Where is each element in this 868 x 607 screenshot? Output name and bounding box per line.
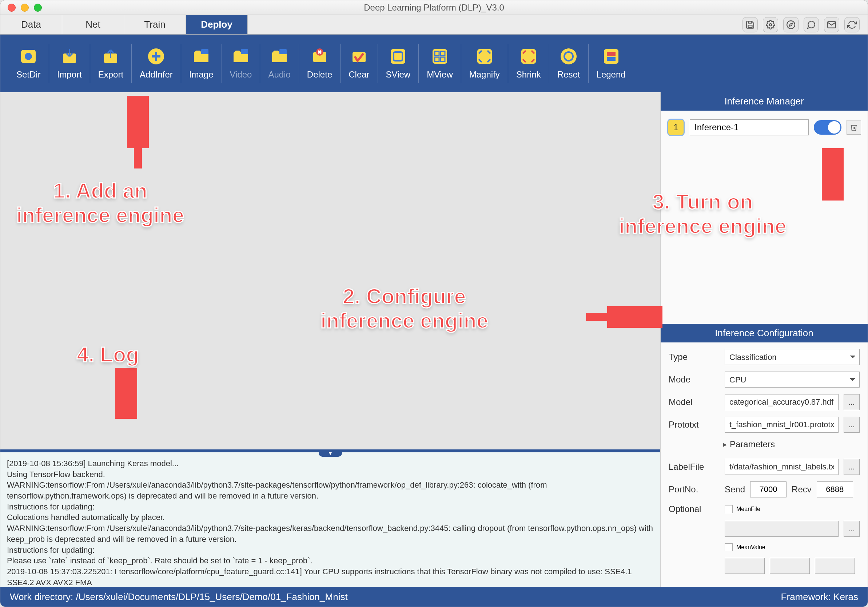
workdir-label: Work directory: /Users/xulei/Documents/D… (10, 591, 348, 602)
cfg-labelfile-label: LabelFile (669, 462, 719, 472)
toolbar-label: Shrink (516, 70, 541, 80)
meanfile-input[interactable] (725, 521, 839, 537)
svg-rect-30 (607, 57, 615, 61)
toolbar-clear[interactable]: Clear (341, 43, 378, 83)
toolbar-label: Audio (268, 70, 290, 80)
meanvalue-checkbox[interactable] (725, 543, 733, 551)
tab-deploy[interactable]: Deploy (186, 15, 248, 34)
send-port-input[interactable] (750, 481, 786, 497)
cfg-mode-select[interactable]: CPU (725, 371, 860, 388)
import-icon (60, 47, 79, 66)
mail-icon[interactable] (824, 17, 839, 33)
toolbar-label: Export (98, 70, 123, 80)
toolbar-delete[interactable]: Delete (299, 43, 341, 83)
svg-rect-25 (521, 49, 536, 64)
svg-point-2 (769, 23, 772, 26)
shrink-icon (519, 47, 538, 66)
tab-net[interactable]: Net (62, 15, 124, 34)
toolbar-setdir[interactable]: SetDir (8, 43, 49, 83)
toolbar-reset[interactable]: Reset (549, 43, 589, 83)
cfg-labelfile-input[interactable] (725, 459, 839, 475)
browse-meanfile-button[interactable]: ... (844, 521, 860, 537)
cfg-mode-label: Mode (669, 374, 719, 385)
cfg-optional-label: Optional (669, 504, 719, 514)
browse-prototxt-button[interactable]: ... (844, 417, 860, 433)
recv-port-input[interactable] (817, 481, 853, 497)
svg-marker-4 (789, 23, 793, 26)
inference-name-input[interactable] (690, 120, 809, 135)
svg-rect-28 (604, 49, 618, 64)
recv-label: Recv (792, 484, 812, 495)
mview-icon (430, 47, 449, 66)
toolbar-addinfer[interactable]: AddInfer (132, 43, 181, 83)
reset-icon (559, 47, 578, 66)
inference-index-badge[interactable]: 1 (667, 119, 685, 136)
svg-rect-13 (279, 49, 287, 54)
folder-video-icon (231, 47, 250, 66)
refresh-icon[interactable] (844, 17, 860, 33)
cfg-model-input[interactable] (725, 394, 839, 410)
toolbar-audio: Audio (260, 43, 299, 83)
legend-icon (602, 47, 621, 66)
add-icon (147, 47, 166, 66)
toolbar-label: Clear (349, 70, 369, 80)
meanvalue-input-3[interactable] (815, 558, 855, 574)
parameters-label: Parameters (730, 439, 775, 449)
gear-icon[interactable] (763, 17, 778, 33)
log-output[interactable]: [2019-10-08 15:36:59] Launching Keras mo… (0, 452, 660, 587)
toolbar-label: Reset (557, 70, 580, 80)
titlebar: Deep Learning Platform (DLP)_V3.0 (0, 0, 868, 15)
parameters-expander[interactable]: ▸Parameters (723, 439, 860, 449)
toolbar-label: MView (427, 70, 453, 80)
cfg-type-select[interactable]: Classification (725, 349, 860, 365)
tab-train[interactable]: Train (124, 15, 186, 34)
chat-icon[interactable] (804, 17, 819, 33)
cfg-type-label: Type (669, 352, 719, 362)
log-separator[interactable]: ▾ (0, 449, 660, 452)
collapse-handle-icon[interactable]: ▾ (319, 449, 342, 457)
window-title: Deep Learning Platform (DLP)_V3.0 (0, 3, 868, 13)
browse-model-button[interactable]: ... (844, 394, 860, 410)
cfg-portno-label: PortNo. (669, 484, 719, 495)
toolbar-label: SView (386, 70, 411, 80)
toolbar-label: Magnify (469, 70, 500, 80)
inference-row: 1 (661, 111, 868, 144)
tab-data[interactable]: Data (0, 15, 62, 34)
cfg-model-label: Model (669, 397, 719, 407)
meanvalue-input-2[interactable] (770, 558, 810, 574)
svg-rect-29 (607, 52, 615, 56)
meanvalue-label: MeanValue (736, 544, 766, 551)
toolbar-label: Delete (307, 70, 332, 80)
cfg-prototxt-input[interactable] (725, 417, 839, 433)
svg-point-7 (25, 53, 32, 60)
inference-toggle[interactable] (814, 120, 842, 135)
toolbar-sview[interactable]: SView (378, 43, 419, 83)
meanfile-checkbox[interactable] (725, 505, 733, 513)
toolbar-export[interactable]: Export (90, 43, 132, 83)
toolbar-label: SetDir (16, 70, 41, 80)
toolbar-import[interactable]: Import (49, 43, 90, 83)
toolbar-magnify[interactable]: Magnify (461, 43, 508, 83)
main-tabs: Data Net Train Deploy (0, 15, 868, 34)
browse-labelfile-button[interactable]: ... (844, 459, 860, 475)
framework-label: Framework: Keras (781, 591, 858, 602)
toolbar-label: Image (189, 70, 214, 80)
compass-icon[interactable] (783, 17, 798, 33)
toolbar-mview[interactable]: MView (419, 43, 461, 83)
toolbar-shrink[interactable]: Shrink (508, 43, 549, 83)
chevron-right-icon: ▸ (723, 440, 727, 449)
canvas-area (0, 92, 660, 449)
toolbar-legend[interactable]: Legend (589, 43, 634, 83)
save-icon[interactable] (742, 17, 758, 33)
toolbar-image[interactable]: Image (181, 43, 222, 83)
meanfile-label: MeanFile (736, 506, 760, 512)
trash-icon[interactable] (846, 120, 861, 135)
status-bar: Work directory: /Users/xulei/Documents/D… (0, 587, 868, 607)
svg-rect-24 (477, 49, 492, 64)
send-label: Send (725, 484, 745, 495)
inference-config-header: Inference Configuration (661, 324, 868, 342)
meanvalue-input-1[interactable] (725, 558, 765, 574)
sview-icon (389, 47, 408, 66)
toolbar-label: Video (230, 70, 252, 80)
toolbar-label: Import (57, 70, 82, 80)
